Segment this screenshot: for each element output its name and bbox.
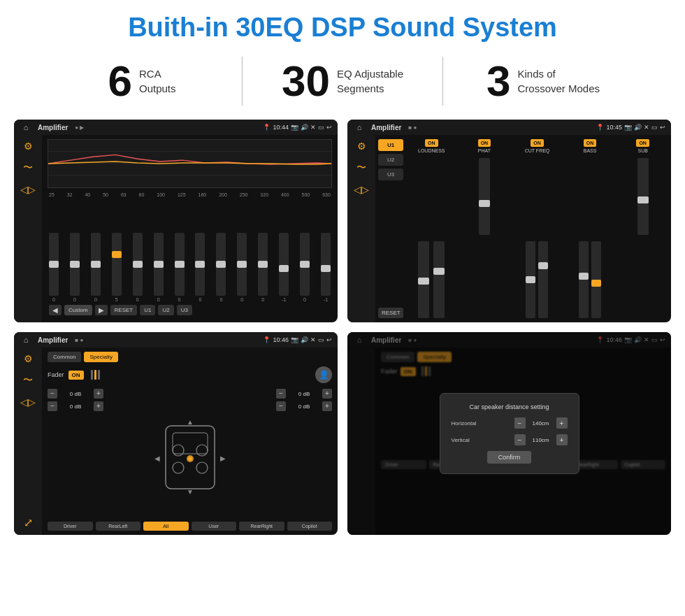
- fader-avatar-icon[interactable]: 👤: [315, 366, 332, 383]
- svg-point-8: [196, 462, 208, 473]
- db-inc-4[interactable]: +: [322, 401, 332, 411]
- rearleft-btn[interactable]: RearLeft: [96, 522, 141, 531]
- eq-track-4[interactable]: [112, 233, 122, 296]
- mixer-screen-card: ⌂ Amplifier ■ ● 📍 10:45 📷 🔊 ✕ ▭ ↩ ⚙ 〜 ◁▷: [347, 120, 671, 322]
- loudness-slider-left[interactable]: [418, 241, 429, 318]
- cutfreq-slider-g[interactable]: [538, 241, 548, 318]
- fader-app-name: Amplifier: [38, 336, 68, 344]
- pin-icon: 📍: [263, 124, 271, 131]
- fader-back-icon: ↩: [326, 336, 332, 343]
- eq-track-9[interactable]: [216, 233, 226, 296]
- eq-slider-7: 0: [175, 233, 185, 302]
- fader-vol-icon[interactable]: ◁▷: [20, 396, 36, 408]
- eq-wave-icon[interactable]: 〜: [23, 162, 33, 174]
- eq-slider-8: 0: [195, 233, 205, 302]
- freq-50: 50: [103, 192, 108, 197]
- eq-u1-btn[interactable]: U1: [140, 305, 155, 315]
- mixer-wave-icon[interactable]: 〜: [356, 162, 366, 174]
- fader-filter-icon[interactable]: ⚙: [24, 353, 33, 364]
- fader-status-bar: ⌂ Amplifier ■ ● 📍 10:46 📷 🔊 ✕ ▭ ↩: [14, 332, 338, 348]
- stat-rca: 6 RCA Outputs: [42, 59, 242, 103]
- dialog-horizontal-inc[interactable]: +: [556, 417, 568, 429]
- eq-track-13[interactable]: [300, 233, 310, 296]
- driver-btn[interactable]: Driver: [48, 522, 93, 531]
- eq-track-12[interactable]: [279, 233, 289, 296]
- eq-track-5[interactable]: [133, 233, 143, 296]
- car-diagram: ▲ ▼ ◀ ▶: [152, 405, 229, 503]
- mixer-volume-side-icon[interactable]: ◁▷: [354, 184, 369, 195]
- mixer-status-icons: 📍 10:45 📷 🔊 ✕ ▭ ↩: [596, 124, 665, 131]
- bass-toggle[interactable]: ON: [584, 139, 597, 147]
- eq-track-6[interactable]: [154, 233, 164, 296]
- fader-common-tab[interactable]: Common: [48, 352, 81, 362]
- fader-wave-icon[interactable]: 〜: [23, 374, 33, 387]
- dialog-vertical-inc[interactable]: +: [556, 434, 568, 445]
- stat-crossover-text: Kinds of Crossover Modes: [517, 66, 600, 96]
- cutfreq-toggle[interactable]: ON: [531, 139, 544, 147]
- fader-expand-icon[interactable]: ⤢: [24, 516, 33, 529]
- dialog-overlay: Car speaker distance setting Horizontal …: [347, 332, 671, 535]
- eq-track-7[interactable]: [175, 233, 185, 296]
- db-inc-1[interactable]: +: [94, 389, 103, 399]
- copilot-btn[interactable]: Copilot: [287, 522, 333, 531]
- db-dec-2[interactable]: −: [48, 401, 57, 411]
- eq-track-2[interactable]: [70, 233, 80, 296]
- mixer-u1-btn[interactable]: U1: [378, 139, 403, 151]
- db-dec-4[interactable]: −: [276, 401, 286, 411]
- db-val-2: 0 dB: [59, 403, 92, 410]
- eq-filter-icon[interactable]: ⚙: [24, 141, 33, 152]
- fader-specialty-tab[interactable]: Specialty: [84, 352, 117, 362]
- eq-u2-btn[interactable]: U2: [158, 305, 173, 315]
- eq-u3-btn[interactable]: U3: [177, 305, 192, 315]
- user-btn[interactable]: User: [192, 522, 237, 531]
- freq-400: 400: [281, 192, 289, 197]
- bass-slider-g[interactable]: [591, 241, 601, 318]
- eq-next-btn[interactable]: ▶: [95, 305, 108, 315]
- db-inc-3[interactable]: +: [322, 389, 332, 399]
- eq-reset-btn[interactable]: RESET: [110, 305, 138, 315]
- phat-slider[interactable]: [479, 158, 490, 235]
- fader-on-button[interactable]: ON: [68, 371, 84, 380]
- sub-slider[interactable]: [637, 158, 649, 235]
- dialog-horizontal-dec[interactable]: −: [514, 417, 526, 429]
- rearright-btn[interactable]: RearRight: [239, 522, 284, 531]
- eq-custom-btn[interactable]: Custom: [64, 305, 92, 315]
- phat-label: PHAT: [478, 148, 491, 153]
- eq-track-11[interactable]: [258, 233, 268, 296]
- eq-track-10[interactable]: [237, 233, 247, 296]
- sub-toggle[interactable]: ON: [636, 139, 649, 147]
- cutfreq-slider-f[interactable]: [526, 241, 535, 318]
- eq-track-14[interactable]: [321, 233, 331, 296]
- eq-track-3[interactable]: [91, 233, 101, 296]
- eq-val-11: 0: [261, 297, 264, 302]
- dialog-vertical-dec[interactable]: −: [514, 434, 526, 445]
- confirm-button[interactable]: Confirm: [487, 451, 532, 464]
- db-inc-2[interactable]: +: [94, 401, 103, 411]
- eq-volume-icon[interactable]: ◁▷: [20, 184, 36, 195]
- bass-slider-f[interactable]: [579, 241, 589, 318]
- volume-icon: 🔊: [301, 124, 308, 131]
- mixer-reset-btn[interactable]: RESET: [378, 308, 403, 318]
- mixer-filter-icon[interactable]: ⚙: [357, 141, 366, 152]
- mixer-u2-btn[interactable]: U2: [378, 154, 403, 166]
- eq-prev-btn[interactable]: ◀: [49, 305, 62, 315]
- fader-home-icon[interactable]: ⌂: [20, 334, 32, 346]
- db-dec-1[interactable]: −: [48, 389, 57, 399]
- loudness-toggle[interactable]: ON: [425, 139, 438, 147]
- eq-sidebar: ⚙ 〜 ◁▷: [14, 135, 42, 322]
- mixer-u3-btn[interactable]: U3: [378, 169, 403, 180]
- fader-screen-card: ⌂ Amplifier ■ ● 📍 10:46 📷 🔊 ✕ ▭ ↩ ⚙ 〜 ◁▷…: [14, 332, 338, 535]
- eq-track-8[interactable]: [195, 233, 205, 296]
- loudness-slider-right[interactable]: [433, 241, 445, 318]
- mixer-home-icon[interactable]: ⌂: [353, 121, 366, 134]
- eq-track-1[interactable]: [49, 233, 59, 296]
- all-btn[interactable]: All: [143, 522, 189, 531]
- channel-phat: ON PHAT: [459, 139, 510, 318]
- stat-crossover: 3 Kinds of Crossover Modes: [443, 59, 643, 103]
- home-icon[interactable]: ⌂: [20, 121, 32, 134]
- eq-val-12: -1: [282, 297, 286, 302]
- db-dec-3[interactable]: −: [276, 389, 286, 399]
- freq-160: 160: [199, 192, 207, 197]
- phat-toggle[interactable]: ON: [478, 139, 491, 147]
- dialog-vertical-label: Vertical: [452, 437, 470, 443]
